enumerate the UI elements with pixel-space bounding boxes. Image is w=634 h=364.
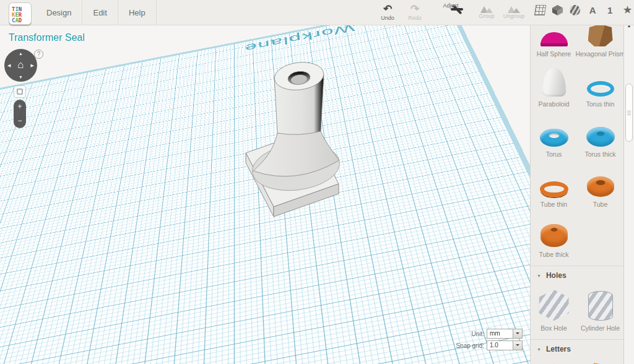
cylinder-hole-icon <box>588 291 613 321</box>
zoom-control: + − <box>14 100 26 128</box>
shape-tile-letter-a[interactable]: A <box>531 355 577 364</box>
action-toolbar: ↶ Undo ↷ Redo Adjust Group Ungroup <box>374 1 528 25</box>
view-navigation-ball[interactable]: ▲ ▼ ◀ ▶ ⌂ <box>4 49 37 82</box>
section-header-letters[interactable]: ▼ Letters <box>531 340 623 355</box>
shape-library-panel: Half Sphere Hexagonal Prism Paraboloid T… <box>530 0 634 364</box>
letter-a-icon: A <box>542 358 566 364</box>
transformer-seal-model[interactable] <box>235 58 378 243</box>
viewport-3d[interactable]: Workplane <box>0 25 530 364</box>
grip-icon <box>627 113 631 113</box>
group-button[interactable]: Group <box>473 1 500 19</box>
rotate-down-icon[interactable]: ▼ <box>19 75 23 79</box>
shape-tile-tube-thin[interactable]: Tube thin <box>531 162 577 212</box>
shape-tile-tube[interactable]: Tube <box>577 162 623 212</box>
zoom-in-button[interactable]: + <box>14 100 26 114</box>
letter-b-icon: B <box>589 358 611 364</box>
design-title: Transformer Seal <box>9 32 85 43</box>
dropdown-arrow-icon[interactable] <box>513 329 522 338</box>
tube-icon <box>587 176 614 197</box>
shape-tile-torus[interactable]: Torus <box>531 111 577 162</box>
snap-grid-label: Snap grid: <box>456 342 484 349</box>
redo-button[interactable]: ↷ Redo <box>401 1 428 21</box>
half-sphere-icon <box>541 32 568 46</box>
rotate-up-icon[interactable]: ▲ <box>19 51 23 56</box>
snap-grid-select[interactable]: 1.0 <box>487 340 523 350</box>
letters-icon[interactable]: A <box>586 3 599 17</box>
undo-arrow-icon: ↶ <box>374 3 401 15</box>
dropdown-arrow-icon[interactable] <box>513 341 522 350</box>
torus-thick-icon <box>586 127 615 147</box>
shape-tile-torus-thin[interactable]: Torus thin <box>577 61 623 111</box>
mountains-icon <box>507 5 521 14</box>
chevron-down-icon <box>452 5 456 9</box>
shape-list: Half Sphere Hexagonal Prism Paraboloid T… <box>531 20 623 364</box>
basic-shapes-cube-icon[interactable] <box>551 3 564 17</box>
shape-tile-tube-thick[interactable]: Tube thick <box>531 212 577 262</box>
paraboloid-icon <box>542 68 566 97</box>
torus-icon <box>540 129 568 147</box>
shape-tile-torus-thick[interactable]: Torus thick <box>577 111 623 162</box>
undo-button[interactable]: ↶ Undo <box>374 1 401 21</box>
hexagonal-prism-icon <box>588 24 613 46</box>
shape-tile-hexagonal-prism[interactable]: Hexagonal Prism <box>577 20 623 61</box>
symbols-star-icon[interactable]: ★ <box>621 3 634 17</box>
collapse-triangle-icon: ▼ <box>537 274 541 278</box>
holes-sphere-icon[interactable] <box>568 3 581 17</box>
shape-tile-cylinder-hole[interactable]: Cylinder Hole <box>577 281 623 336</box>
numbers-icon[interactable]: 1 <box>604 3 617 17</box>
shape-tile-paraboloid[interactable]: Paraboloid <box>531 61 577 111</box>
rotate-right-icon[interactable]: ▶ <box>31 63 34 68</box>
tube-thick-icon <box>541 224 568 247</box>
unit-select[interactable]: mm <box>487 329 523 339</box>
sidebar-scrollbar[interactable]: ▲ <box>623 20 634 364</box>
fit-view-button[interactable] <box>14 85 26 98</box>
adjust-button[interactable]: Adjust <box>433 1 468 9</box>
shape-tile-box-hole[interactable]: Box Hole <box>531 281 577 336</box>
shape-tile-half-sphere[interactable]: Half Sphere <box>531 20 577 61</box>
ungroup-button[interactable]: Ungroup <box>500 1 528 19</box>
shape-category-strip: A 1 ★ <box>531 0 634 20</box>
menu-design[interactable]: Design <box>36 0 82 25</box>
mountains-icon <box>480 5 493 14</box>
home-view-icon[interactable]: ⌂ <box>17 59 24 71</box>
scrollbar-thumb[interactable] <box>625 84 633 142</box>
torus-thin-icon <box>587 81 614 97</box>
collapse-triangle-icon: ▼ <box>537 347 541 352</box>
workplane-grid-icon[interactable] <box>534 3 547 17</box>
menu-help[interactable]: Help <box>118 0 157 25</box>
unit-label: Unit: <box>471 331 484 337</box>
tinkercad-logo[interactable]: TIN KER CAD <box>9 2 32 25</box>
main-menu: Design Edit Help <box>36 0 157 25</box>
box-hole-icon <box>539 290 569 321</box>
menu-edit[interactable]: Edit <box>82 0 118 25</box>
rotate-left-icon[interactable]: ◀ <box>7 63 11 68</box>
shape-tile-letter-b[interactable]: B <box>577 355 623 364</box>
tube-thin-icon <box>540 181 568 197</box>
section-header-holes[interactable]: ▼ Holes <box>531 266 623 281</box>
square-icon <box>17 89 23 95</box>
zoom-out-button[interactable]: − <box>14 114 26 128</box>
grid-options: Unit: mm Snap grid: 1.0 <box>456 327 523 350</box>
workplane-label: Workplane <box>243 25 357 54</box>
redo-arrow-icon: ↷ <box>401 3 428 15</box>
